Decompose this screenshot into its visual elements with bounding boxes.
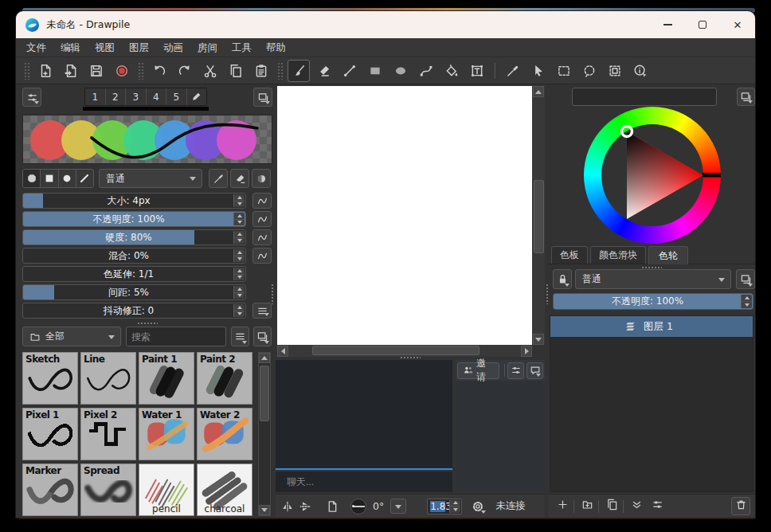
session-settings-button[interactable]: [507, 362, 524, 379]
add-group-button[interactable]: [577, 497, 597, 515]
slider-spinner[interactable]: [233, 286, 245, 299]
brush-slider-5[interactable]: 色延伸: 1/1: [22, 266, 246, 282]
invite-button[interactable]: 邀请: [457, 362, 499, 379]
merge-layer-button[interactable]: [627, 497, 646, 515]
slider-spinner[interactable]: [233, 268, 245, 280]
tool-rectangle-button[interactable]: [364, 60, 386, 82]
color-tab-1[interactable]: 色板: [551, 246, 588, 264]
scroll-right-button[interactable]: [521, 346, 532, 357]
brush-slider-7[interactable]: 抖动修正: 0: [22, 303, 246, 319]
brush-preset-pixel-1[interactable]: Pixel 1: [22, 408, 78, 460]
brush-preset-line[interactable]: Line: [80, 352, 136, 405]
preset-folder-dropdown[interactable]: 全部: [22, 327, 121, 346]
brush-preset-sketch[interactable]: Sketch: [22, 352, 78, 405]
menu-item-2[interactable]: 编辑: [53, 38, 88, 57]
pressure-curve-button[interactable]: [252, 193, 272, 209]
zoom-spinner[interactable]: [449, 500, 460, 513]
color-tab-2[interactable]: 颜色滑块: [590, 246, 646, 264]
tool-eraser-button[interactable]: [313, 60, 335, 82]
tool-ellipse-button[interactable]: [389, 60, 412, 82]
menu-item-5[interactable]: 动画: [156, 38, 190, 57]
brush-slider-1[interactable]: 大小: 4px: [22, 193, 246, 209]
tool-copy-button[interactable]: [225, 60, 247, 82]
chat-mode-button[interactable]: [526, 362, 543, 379]
color-name-field[interactable]: [572, 88, 717, 106]
preset-search-input[interactable]: [126, 327, 226, 346]
direct-mode-button[interactable]: [252, 169, 271, 188]
brush-dock-panel-button[interactable]: [253, 88, 272, 107]
brush-slot-5[interactable]: 5: [166, 88, 186, 105]
brush-slider-4[interactable]: 混合: 0%: [22, 248, 246, 264]
pressure-curve-button[interactable]: [252, 229, 272, 245]
tool-fill-button[interactable]: [440, 60, 463, 82]
layer-properties-button[interactable]: [648, 497, 667, 515]
brush-preset-pencil[interactable]: pencil: [139, 464, 194, 516]
brush-preset-spread[interactable]: Spread: [80, 464, 136, 516]
menu-item-1[interactable]: 文件: [19, 38, 53, 57]
brush-preset-paint-2[interactable]: Paint 2: [197, 352, 252, 405]
flip-canvas-button[interactable]: [296, 498, 314, 515]
rotation-dropdown-button[interactable]: [390, 499, 406, 514]
brush-preset-paint-1[interactable]: Paint 1: [139, 352, 194, 405]
tool-redo-button[interactable]: [174, 60, 196, 82]
layer-opacity-slider[interactable]: 不透明度: 100%: [553, 293, 753, 310]
tool-inspect-button[interactable]: [629, 60, 652, 82]
slider-spinner[interactable]: [233, 213, 245, 225]
tool-record-button[interactable]: [111, 60, 133, 82]
duplicate-layer-button[interactable]: [602, 497, 621, 515]
delete-layer-button[interactable]: [731, 497, 750, 515]
tool-new-file-button[interactable]: [34, 60, 57, 82]
scroll-down-button[interactable]: [533, 334, 544, 345]
brush-slot-1[interactable]: 1: [85, 88, 105, 105]
preset-scrollbar[interactable]: [258, 352, 271, 516]
drawing-canvas[interactable]: [277, 86, 532, 345]
tool-brush-button[interactable]: [288, 60, 310, 82]
canvas-horizontal-scrollbar[interactable]: [277, 345, 532, 357]
brush-preset-water-2[interactable]: Water 2: [197, 408, 252, 460]
pick-from-brush-button[interactable]: [209, 169, 228, 188]
brush-slider-3[interactable]: 硬度: 80%: [22, 229, 246, 245]
canvas-vertical-scrollbar[interactable]: [532, 86, 545, 345]
scroll-down-button[interactable]: [259, 505, 270, 515]
brush-slot-3[interactable]: 3: [125, 88, 146, 105]
tip-stroke-button[interactable]: [76, 170, 93, 187]
tool-cut-button[interactable]: [199, 60, 221, 82]
slider-menu-button[interactable]: [252, 303, 272, 319]
menu-item-6[interactable]: 房间: [190, 38, 225, 57]
pressure-curve-button[interactable]: [252, 248, 272, 264]
chat-input[interactable]: [282, 476, 441, 487]
scroll-thumb[interactable]: [312, 346, 479, 355]
tip-square-button[interactable]: [40, 170, 57, 187]
layer-blend-dropdown[interactable]: 普通: [575, 269, 731, 289]
brush-slot-eraser[interactable]: [186, 88, 207, 105]
tool-pointer-button[interactable]: [527, 60, 550, 82]
layer-dock-panel-button[interactable]: [736, 269, 755, 289]
brush-slider-2[interactable]: 不透明度: 100%: [22, 211, 246, 227]
tool-line-button[interactable]: [339, 60, 361, 82]
scroll-up-button[interactable]: [533, 86, 544, 97]
menu-item-4[interactable]: 图层: [122, 38, 156, 57]
add-layer-button[interactable]: [553, 497, 572, 515]
dock-splitter-handle[interactable]: [137, 322, 158, 326]
pressure-curve-button[interactable]: [252, 211, 272, 227]
scroll-up-button[interactable]: [259, 353, 270, 363]
mirror-canvas-button[interactable]: [279, 498, 296, 515]
scroll-left-button[interactable]: [277, 346, 288, 357]
slider-spinner[interactable]: [233, 249, 245, 262]
maximize-button[interactable]: [685, 11, 720, 38]
fit-page-button[interactable]: [323, 498, 341, 515]
eraser-mode-button[interactable]: [230, 169, 249, 188]
zoom-spinbox[interactable]: 1.83: [427, 499, 462, 514]
rotation-dial[interactable]: [350, 499, 366, 514]
tool-select-rectangle-button[interactable]: [553, 60, 575, 82]
brush-slot-4[interactable]: 4: [146, 88, 166, 105]
slider-spinner[interactable]: [233, 194, 245, 207]
menu-item-3[interactable]: 视图: [88, 38, 122, 57]
tool-select-magic-button[interactable]: [604, 60, 626, 82]
preset-menu-button[interactable]: [231, 327, 249, 346]
slider-spinner[interactable]: [233, 231, 245, 244]
tool-open-file-button[interactable]: [60, 60, 82, 82]
tool-undo-button[interactable]: [148, 60, 170, 82]
brush-preset-pixel-2[interactable]: Pixel 2: [80, 408, 136, 460]
layer-lock-button[interactable]: [553, 269, 572, 289]
